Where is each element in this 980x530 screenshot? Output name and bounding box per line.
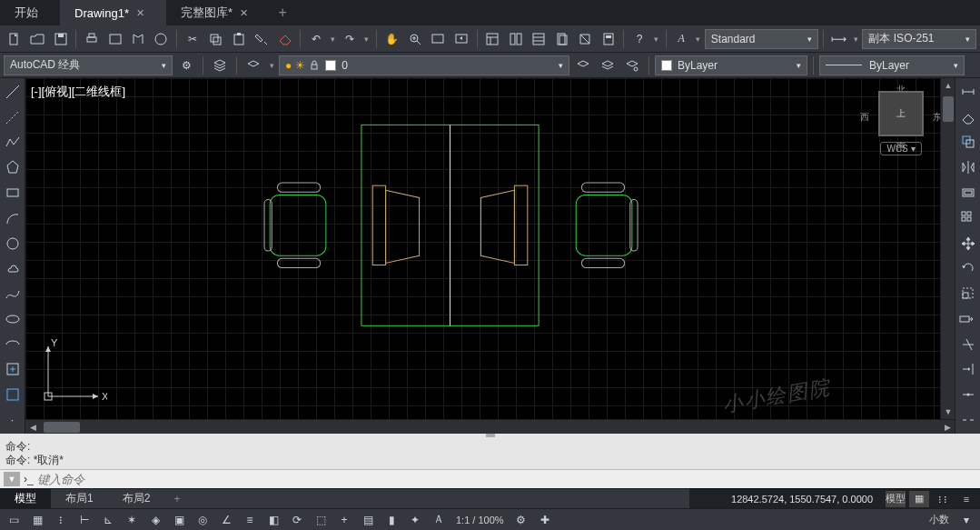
distance-icon[interactable] (958, 82, 978, 102)
layer-properties-icon[interactable] (209, 55, 231, 76)
copy-object-icon[interactable] (958, 133, 978, 153)
lineweight-combo[interactable]: ByLayer▾ (819, 55, 965, 75)
offset-icon[interactable] (958, 183, 978, 203)
status-lineweight-icon[interactable]: ≡ (240, 511, 260, 529)
dimstyle-dropdown[interactable]: ▾ (852, 35, 861, 44)
help-dropdown[interactable]: ▾ (652, 35, 661, 44)
stretch-icon[interactable] (958, 309, 978, 329)
print-preview-icon[interactable] (104, 28, 125, 50)
status-gear-icon[interactable]: ⚙ (511, 511, 531, 529)
cut-icon[interactable]: ✂ (182, 28, 203, 50)
view-cube[interactable]: 北 西 东 上 南 WCS ▾ (869, 85, 933, 176)
tab-add-button[interactable]: + (270, 0, 295, 25)
status-model-icon[interactable]: ▭ (4, 511, 24, 529)
open-icon[interactable] (26, 28, 47, 50)
quickcalc-icon[interactable] (598, 28, 619, 50)
pan-icon[interactable]: ✋ (381, 28, 402, 50)
close-icon[interactable]: ✕ (136, 7, 144, 19)
tab-drawing1[interactable]: Drawing1*✕ (60, 0, 166, 25)
status-grid-icon[interactable]: ▦ (27, 511, 47, 529)
status-3dosnap-icon[interactable]: ◎ (193, 511, 213, 529)
sheet-set-icon[interactable] (551, 28, 572, 50)
tool-palettes-icon[interactable] (529, 28, 549, 50)
circle-icon[interactable] (3, 234, 23, 254)
status-transparency-icon[interactable]: ◧ (263, 511, 283, 529)
array-icon[interactable] (958, 208, 978, 228)
command-input[interactable] (37, 473, 976, 486)
ucs-icon[interactable]: X Y (35, 337, 107, 410)
zoom-previous-icon[interactable] (450, 28, 471, 50)
workspace-combo[interactable]: AutoCAD 经典▾ (4, 55, 173, 75)
markup-icon[interactable] (574, 28, 595, 50)
cursor-coordinates[interactable]: 12842.5724, 1550.7547, 0.0000 (722, 494, 882, 505)
insert-block-icon[interactable] (3, 360, 23, 380)
command-toggle-icon[interactable]: ▼ (4, 472, 20, 486)
scale-icon[interactable] (958, 284, 978, 304)
status-cycling-icon[interactable]: ⟳ (287, 511, 307, 529)
layer-combo[interactable]: ● ☀ 0 ▾ (279, 55, 569, 75)
status-polar-icon[interactable]: ✶ (122, 511, 142, 529)
grid-toggle-icon[interactable]: ▦ (909, 491, 929, 507)
undo-dropdown[interactable]: ▾ (329, 35, 338, 44)
command-history[interactable]: 命令: 命令: *取消* (0, 438, 980, 470)
share-icon[interactable] (151, 28, 172, 50)
close-icon[interactable]: ✕ (240, 7, 248, 19)
line-icon[interactable] (3, 82, 23, 102)
match-properties-icon[interactable] (252, 28, 272, 50)
text-style-icon[interactable]: A (671, 28, 692, 50)
polygon-icon[interactable] (3, 157, 23, 177)
new-icon[interactable] (4, 28, 25, 50)
dim-style-combo[interactable]: 副本 ISO-251▾ (862, 29, 975, 49)
scroll-down-icon[interactable]: ▼ (941, 405, 955, 419)
model-space-button[interactable]: 模型 (886, 491, 906, 507)
redo-icon[interactable]: ↷ (340, 28, 361, 50)
arc-icon[interactable] (3, 208, 23, 228)
layer-states-icon[interactable] (243, 55, 264, 76)
text-style-combo[interactable]: Standard▾ (705, 29, 818, 49)
construction-line-icon[interactable] (3, 107, 23, 127)
status-dynamic-ucs-icon[interactable]: ⬚ (311, 511, 331, 529)
status-infer-icon[interactable]: ⊢ (74, 511, 94, 529)
horizontal-scrollbar[interactable]: ◀ ▶ (25, 419, 955, 434)
workspace-settings-icon[interactable]: ⚙ (175, 55, 197, 76)
polyline-icon[interactable] (3, 133, 23, 153)
status-overflow-icon[interactable]: ▾ (956, 511, 976, 529)
tab-library[interactable]: 完整图库*✕ (166, 0, 270, 25)
layout-tab-model[interactable]: 模型 (0, 489, 51, 508)
make-block-icon[interactable] (3, 385, 23, 405)
save-icon[interactable] (50, 28, 71, 50)
status-otrack-icon[interactable]: ∠ (216, 511, 236, 529)
break-at-point-icon[interactable] (958, 385, 978, 405)
textstyle-dropdown[interactable]: ▾ (694, 35, 703, 44)
command-resize-handle[interactable] (486, 434, 495, 437)
undo-icon[interactable]: ↶ (305, 28, 326, 50)
status-plus-icon[interactable]: ✚ (535, 511, 555, 529)
status-units[interactable]: 小数 (926, 513, 953, 526)
design-center-icon[interactable] (505, 28, 526, 50)
ellipse-icon[interactable] (3, 309, 23, 329)
cube-face[interactable]: 上 (878, 91, 924, 136)
layer-match-icon[interactable] (621, 55, 643, 76)
print-icon[interactable] (81, 28, 102, 50)
zoom-realtime-icon[interactable] (404, 28, 425, 50)
status-ortho-icon[interactable]: ⊾ (98, 511, 118, 529)
mirror-icon[interactable] (958, 157, 978, 177)
redo-dropdown[interactable]: ▾ (362, 35, 371, 44)
linetype-combo[interactable]: ByLayer▾ (655, 55, 807, 75)
dim-style-icon[interactable]: ⟼ (828, 28, 849, 50)
publish-icon[interactable] (127, 28, 148, 50)
paste-icon[interactable] (228, 28, 249, 50)
menu-icon[interactable]: ≡ (956, 491, 976, 507)
break-icon[interactable] (958, 410, 978, 430)
status-osnap-icon[interactable]: ▣ (169, 511, 189, 529)
properties-icon[interactable] (482, 28, 503, 50)
layout-tab-add[interactable]: + (164, 493, 189, 505)
revision-cloud-icon[interactable] (3, 258, 23, 278)
status-gizmo-icon[interactable]: ✦ (405, 511, 425, 529)
point-icon[interactable]: · (3, 410, 23, 430)
scroll-right-icon[interactable]: ▶ (940, 420, 955, 435)
move-icon[interactable] (958, 234, 978, 254)
status-scale[interactable]: 1:1 / 100% (452, 515, 508, 525)
rectangle-icon[interactable] (3, 183, 23, 203)
erase-icon[interactable] (958, 107, 978, 127)
